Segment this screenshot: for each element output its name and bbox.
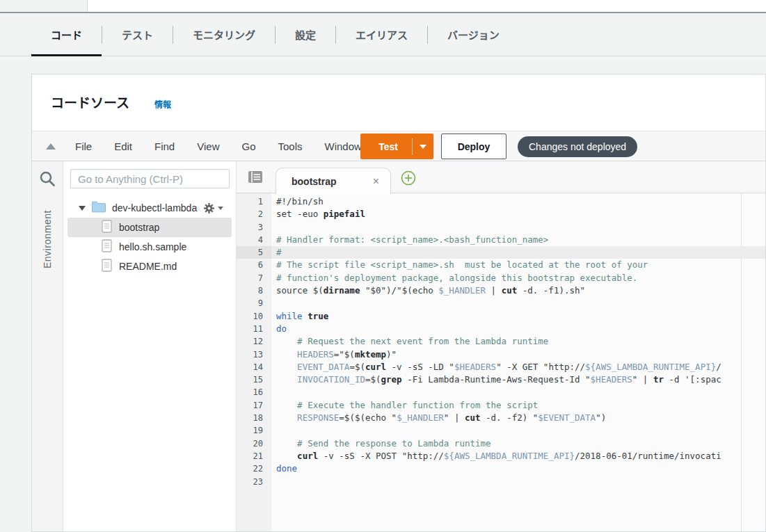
function-tabs: コードテストモニタリング設定エイリアスバージョン	[0, 13, 766, 56]
line-number: 10	[237, 310, 271, 323]
file-icon	[102, 259, 112, 274]
tree-file-hello.sh.sample[interactable]: hello.sh.sample	[67, 237, 232, 257]
test-button-label: Test	[360, 141, 412, 152]
code-line: 16	[237, 386, 765, 398]
deploy-button[interactable]: Deploy	[441, 134, 506, 159]
ide-menubar: FileEditFindViewGoToolsWindow Test Deplo…	[32, 131, 765, 161]
chevron-down-icon	[420, 145, 426, 149]
menu-view[interactable]: View	[186, 140, 230, 152]
function-tab[interactable]: エイリアス	[336, 13, 427, 56]
line-source: # The script file <script_name>.sh must …	[271, 259, 765, 271]
line-source: set -euo pipefail	[271, 208, 765, 220]
line-source: source $(dirname "$0")/"$(echo $_HANDLER…	[271, 284, 765, 297]
tree-file-README.md[interactable]: README.md	[67, 257, 232, 276]
file-icon	[102, 220, 112, 235]
line-number: 21	[237, 450, 271, 462]
line-source: RESPONSE=$($(echo "$_HANDLER" | cut -d. …	[271, 412, 765, 424]
tree-file-bootstrap[interactable]: bootstrap	[67, 218, 232, 237]
line-number: 19	[237, 424, 271, 437]
code-line: 14 EVENT_DATA=$(curl -v -sS -LD "$HEADER…	[237, 361, 765, 373]
menu-edit[interactable]: Edit	[103, 140, 143, 152]
code-line: 3	[237, 221, 765, 234]
code-line: 21 curl -v -sS -X POST "http://${AWS_LAM…	[237, 450, 765, 462]
line-source	[271, 297, 765, 309]
code-line: 1#!/bin/sh	[237, 195, 765, 208]
line-source	[271, 221, 765, 234]
line-source: done	[271, 462, 765, 475]
line-number: 13	[237, 348, 271, 361]
file-name: bootstrap	[119, 222, 159, 233]
line-source: do	[271, 323, 765, 335]
test-button[interactable]: Test	[360, 134, 433, 159]
info-link[interactable]: 情報	[154, 98, 171, 110]
line-number: 9	[237, 297, 271, 309]
code-line: 17 # Execute the handler function from t…	[237, 399, 765, 412]
line-source: # Send the response to Lambda runtime	[271, 437, 765, 450]
line-number: 18	[237, 412, 271, 424]
file-name: hello.sh.sample	[119, 241, 186, 252]
code-lines: 1#!/bin/sh2set -euo pipefail34# Handler …	[237, 195, 765, 488]
line-source: HEADERS="$(mktemp)"	[271, 348, 765, 361]
tree-folder-row[interactable]: dev-kubectl-lambda	[67, 198, 232, 218]
function-tab[interactable]: 設定	[276, 13, 335, 56]
environment-sidebar-tab[interactable]: Environment	[32, 198, 63, 281]
tree-settings-button[interactable]	[203, 202, 223, 214]
lambda-console-screen: コードテストモニタリング設定エイリアスバージョン コードソース 情報 FileE…	[0, 0, 766, 532]
code-line: 11do	[237, 323, 765, 335]
code-editor: bootstrap × 1#!/bin/sh2set -euo pi	[237, 161, 765, 531]
new-tab-button[interactable]	[401, 170, 416, 188]
function-tab[interactable]: テスト	[102, 13, 173, 56]
ide-body: Environment dev-kubectl-lambda	[32, 161, 765, 531]
line-source: EVENT_DATA=$(curl -v -sS -LD "$HEADERS" …	[271, 361, 765, 373]
line-number: 6	[237, 259, 271, 271]
search-icon[interactable]	[38, 170, 56, 191]
tab-list-icon[interactable]	[246, 170, 264, 188]
test-dropdown-toggle[interactable]	[413, 145, 433, 149]
environment-label: Environment	[42, 210, 53, 268]
code-line: 20 # Send the response to Lambda runtime	[237, 437, 765, 450]
code-area[interactable]: 1#!/bin/sh2set -euo pipefail34# Handler …	[237, 193, 765, 531]
menu-file[interactable]: File	[64, 140, 103, 152]
close-tab-icon[interactable]: ×	[373, 176, 379, 187]
code-line: 8source $(dirname "$0")/"$(echo $_HANDLE…	[237, 284, 765, 297]
line-number: 22	[237, 462, 271, 475]
line-source: #	[271, 246, 765, 259]
function-tab[interactable]: バージョン	[428, 13, 519, 56]
menu-find[interactable]: Find	[143, 140, 186, 152]
left-icon-strip: Environment	[32, 161, 63, 531]
editor-tab-title: bootstrap	[292, 176, 373, 187]
code-source-panel: コードソース 情報 FileEditFindViewGoToolsWindow …	[31, 74, 766, 532]
ide-menus: FileEditFindViewGoToolsWindow	[64, 140, 373, 152]
code-line: 9	[237, 297, 765, 309]
editor-tab-bootstrap[interactable]: bootstrap ×	[276, 168, 391, 194]
line-source	[271, 386, 765, 398]
function-tab[interactable]: コード	[31, 13, 102, 56]
code-line: 5#	[237, 246, 765, 259]
menu-tools[interactable]: Tools	[266, 140, 313, 152]
line-number: 5	[237, 246, 271, 259]
file-tree: dev-kubectl-lambda	[67, 198, 232, 276]
line-source: # Execute the handler function from the …	[271, 399, 765, 412]
folder-expand-caret-icon[interactable]	[79, 206, 86, 211]
code-line: 19	[237, 424, 765, 437]
line-number: 1	[237, 195, 271, 208]
line-source	[271, 424, 765, 437]
file-tree-panel: dev-kubectl-lambda	[63, 161, 237, 531]
function-tab[interactable]: モニタリング	[173, 13, 275, 56]
line-number: 4	[237, 234, 271, 246]
gear-icon	[203, 202, 215, 214]
menu-go[interactable]: Go	[230, 140, 266, 152]
go-to-anything-input[interactable]	[70, 169, 230, 188]
code-line: 13 HEADERS="$(mktemp)"	[237, 348, 765, 361]
file-name: README.md	[119, 261, 177, 272]
line-source	[271, 476, 765, 488]
collapse-panel-icon[interactable]	[46, 143, 56, 150]
line-number: 3	[237, 221, 271, 234]
line-source: # Handler format: <script_name>.<bash_fu…	[271, 234, 765, 246]
folder-name: dev-kubectl-lambda	[112, 202, 203, 213]
code-line: 23	[237, 476, 765, 488]
status-badge: Changes not deployed	[518, 136, 637, 157]
code-line: 6# The script file <script_name>.sh must…	[237, 259, 765, 271]
line-source: INVOCATION_ID=$(grep -Fi Lambda-Runtime-…	[271, 373, 765, 386]
code-line: 10while true	[237, 310, 765, 323]
